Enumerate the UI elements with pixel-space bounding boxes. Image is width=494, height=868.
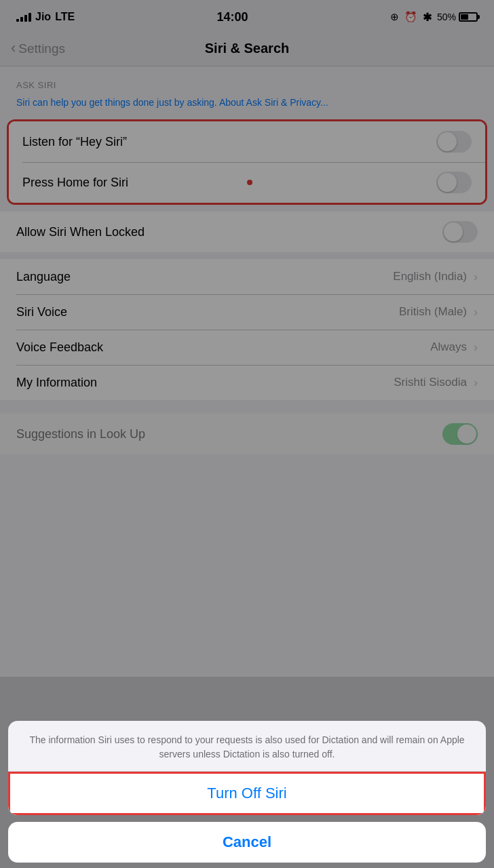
turn-off-siri-button[interactable]: Turn Off Siri	[8, 772, 486, 815]
action-sheet-message: The information Siri uses to respond to …	[8, 721, 486, 772]
action-sheet-card: The information Siri uses to respond to …	[8, 721, 486, 815]
action-sheet-container: The information Siri uses to respond to …	[0, 721, 494, 868]
cancel-button[interactable]: Cancel	[8, 822, 486, 863]
